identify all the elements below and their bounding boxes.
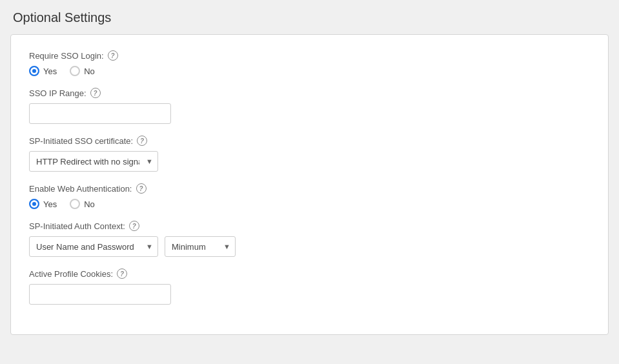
comparison-select[interactable]: Minimum Maximum Exact Better [165, 236, 236, 257]
sp-auth-context-help-icon[interactable]: ? [129, 221, 139, 231]
require-sso-no-radio[interactable] [70, 66, 80, 76]
require-sso-login-group: Require SSO Login: ? Yes No [29, 50, 590, 76]
enable-web-auth-yes-label: Yes [43, 199, 57, 209]
require-sso-yes-radio[interactable] [29, 66, 39, 76]
page-title: Optional Settings [10, 10, 609, 25]
enable-web-auth-no-option[interactable]: No [70, 199, 95, 209]
sp-certificate-label: SP-Initiated SSO certificate: ? [29, 136, 590, 146]
enable-web-auth-no-radio[interactable] [70, 199, 80, 209]
settings-card: Require SSO Login: ? Yes No SSO IP Range… [10, 34, 609, 335]
sso-ip-range-input[interactable] [29, 103, 171, 124]
enable-web-auth-group: Enable Web Authentication: ? Yes No [29, 183, 590, 209]
enable-web-auth-yes-option[interactable]: Yes [29, 199, 57, 209]
auth-context-select-wrapper: User Name and Password Kerberos X509 ▼ [29, 236, 158, 257]
sp-certificate-help-icon[interactable]: ? [137, 136, 147, 146]
active-profile-cookies-input[interactable] [29, 284, 171, 305]
sso-ip-range-help-icon[interactable]: ? [90, 88, 101, 98]
sp-auth-context-row: User Name and Password Kerberos X509 ▼ M… [29, 236, 590, 257]
active-profile-cookies-help-icon[interactable]: ? [117, 268, 127, 279]
active-profile-cookies-group: Active Profile Cookies: ? [29, 268, 590, 305]
require-sso-yes-label: Yes [43, 66, 57, 76]
enable-web-auth-no-label: No [84, 199, 95, 209]
auth-context-select[interactable]: User Name and Password Kerberos X509 [29, 236, 158, 257]
sp-auth-context-label: SP-Initiated Auth Context: ? [29, 221, 590, 231]
enable-web-auth-yes-radio[interactable] [29, 199, 39, 209]
comparison-select-wrapper: Minimum Maximum Exact Better ▼ [165, 236, 236, 257]
require-sso-login-help-icon[interactable]: ? [108, 50, 118, 61]
require-sso-login-radio-group: Yes No [29, 66, 590, 76]
sp-auth-context-group: SP-Initiated Auth Context: ? User Name a… [29, 221, 590, 257]
sp-certificate-group: SP-Initiated SSO certificate: ? HTTP Red… [29, 136, 590, 172]
enable-web-auth-help-icon[interactable]: ? [136, 183, 147, 194]
require-sso-yes-option[interactable]: Yes [29, 66, 57, 76]
require-sso-no-label: No [84, 66, 95, 76]
active-profile-cookies-label: Active Profile Cookies: ? [29, 268, 590, 279]
sso-ip-range-group: SSO IP Range: ? [29, 88, 590, 124]
enable-web-auth-radio-group: Yes No [29, 199, 590, 209]
page-container: Optional Settings Require SSO Login: ? Y… [10, 10, 609, 335]
sp-certificate-select-wrapper: HTTP Redirect with no signature HTTP POS… [29, 151, 158, 172]
sp-certificate-select[interactable]: HTTP Redirect with no signature HTTP POS… [29, 151, 158, 172]
require-sso-login-label: Require SSO Login: ? [29, 50, 590, 61]
require-sso-no-option[interactable]: No [70, 66, 95, 76]
sso-ip-range-label: SSO IP Range: ? [29, 88, 590, 98]
enable-web-auth-label: Enable Web Authentication: ? [29, 183, 590, 194]
